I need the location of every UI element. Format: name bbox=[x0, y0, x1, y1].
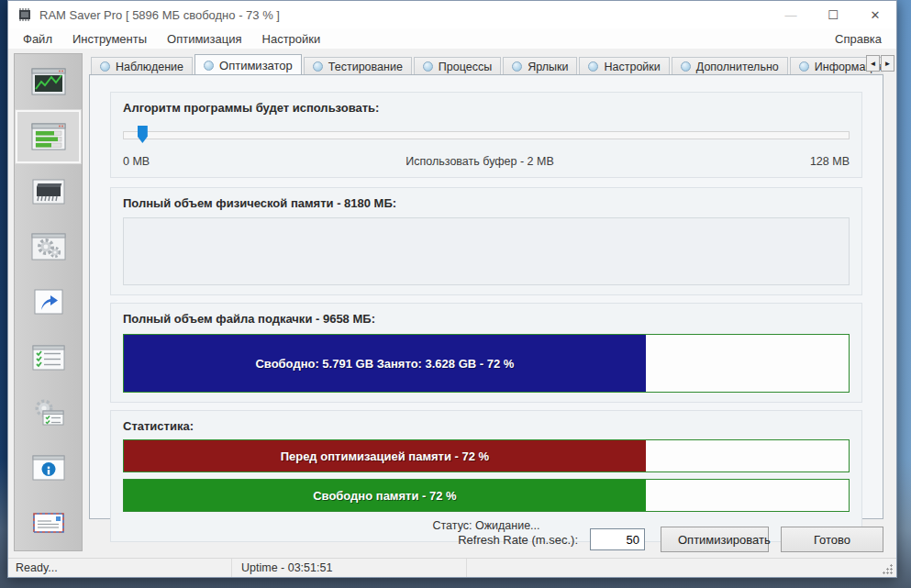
ram-chip-app-icon bbox=[17, 8, 32, 21]
statistics-label: Статистика: bbox=[123, 419, 850, 433]
algorithm-group: Алгоритм программы будет использовать: 0… bbox=[110, 92, 862, 178]
sidebar-item-memory-test[interactable] bbox=[15, 164, 82, 219]
refresh-rate-input[interactable] bbox=[590, 528, 645, 550]
physical-memory-graph bbox=[123, 217, 850, 285]
tab-label: Наблюдение bbox=[116, 61, 183, 73]
tab-advanced[interactable]: Дополнительно bbox=[672, 57, 788, 75]
chart-window-icon bbox=[31, 68, 66, 95]
tab-circle-icon bbox=[799, 61, 809, 72]
info-window-icon bbox=[31, 454, 66, 482]
menu-bar: Файл Инструменты Оптимизация Настройки С… bbox=[8, 28, 896, 49]
tab-circle-icon bbox=[512, 61, 522, 72]
free-memory-bar: Свободно памяти - 72 % bbox=[123, 479, 850, 512]
algorithm-label: Алгоритм программы будет использовать: bbox=[123, 101, 850, 115]
tab-testing[interactable]: Тестирование bbox=[304, 57, 412, 75]
before-optimization-text: Перед оптимизацией памяти - 72 % bbox=[281, 449, 490, 463]
slider-min-label: 0 MB bbox=[123, 155, 150, 168]
tab-circle-icon bbox=[588, 61, 598, 72]
buffer-slider bbox=[123, 126, 850, 146]
tab-circle-icon bbox=[204, 61, 214, 71]
tab-optimizer[interactable]: Оптимизатор bbox=[194, 54, 302, 75]
desktop-wallpaper: RAM Saver Pro [ 5896 МБ свободно - 73 % … bbox=[0, 0, 911, 588]
sidebar-toolbar bbox=[14, 53, 83, 551]
checklist-icon bbox=[31, 344, 66, 372]
statusbar-ready: Ready... bbox=[8, 559, 232, 577]
app-window: RAM Saver Pro [ 5896 МБ свободно - 73 % … bbox=[7, 0, 897, 578]
tab-circle-icon bbox=[100, 61, 110, 72]
statistics-group: Статистика: Перед оптимизацией памяти - … bbox=[110, 410, 862, 542]
refresh-rate-label: Refresh Rate (m.sec.): bbox=[458, 533, 578, 547]
tab-monitoring[interactable]: Наблюдение bbox=[91, 57, 193, 75]
shortcut-arrow-icon bbox=[33, 288, 64, 316]
physical-memory-group: Полный объем физической памяти - 8180 МБ… bbox=[110, 187, 862, 295]
slider-thumb[interactable] bbox=[138, 126, 148, 143]
tab-shortcuts[interactable]: Ярлыки bbox=[503, 57, 577, 75]
menu-file[interactable]: Файл bbox=[16, 30, 60, 48]
pagefile-group: Полный объем файла подкачки - 9658 МБ: С… bbox=[110, 303, 862, 403]
tab-label: Процессы bbox=[439, 61, 492, 73]
menu-optimization[interactable]: Оптимизация bbox=[160, 30, 250, 48]
status-bar: Ready... Uptime - 03:51:51 bbox=[8, 558, 896, 577]
pagefile-label: Полный объем файла подкачки - 9658 МБ: bbox=[123, 312, 850, 326]
sidebar-item-shortcuts[interactable] bbox=[15, 274, 82, 329]
before-optimization-fill: Перед оптимизацией памяти - 72 % bbox=[124, 440, 646, 472]
free-memory-fill: Свободно памяти - 72 % bbox=[124, 480, 646, 511]
title-bar[interactable]: RAM Saver Pro [ 5896 МБ свободно - 73 % … bbox=[8, 1, 896, 28]
sidebar-item-processes[interactable] bbox=[15, 219, 82, 274]
before-optimization-bar: Перед оптимизацией памяти - 72 % bbox=[123, 439, 850, 472]
minimize-button[interactable]: — bbox=[770, 1, 812, 28]
gear-checklist-icon bbox=[31, 398, 66, 427]
slider-max-label: 128 MB bbox=[810, 155, 850, 168]
optimizer-bars-icon bbox=[31, 123, 66, 150]
statusbar-uptime: Uptime - 03:51:51 bbox=[232, 559, 467, 577]
sidebar-item-optimizer[interactable] bbox=[15, 109, 82, 164]
footer-controls: Refresh Rate (m.sec.): Оптимизировать Го… bbox=[8, 525, 896, 554]
tab-scroll-right-icon[interactable]: ► bbox=[881, 55, 894, 72]
tab-scroll-left-icon[interactable]: ◄ bbox=[866, 55, 880, 72]
done-button[interactable]: Готово bbox=[781, 527, 883, 552]
sidebar-item-settings[interactable] bbox=[15, 330, 82, 385]
statusbar-spacer bbox=[467, 559, 881, 577]
gears-window-icon bbox=[31, 233, 66, 261]
sidebar-item-information[interactable] bbox=[15, 440, 82, 495]
tab-settings[interactable]: Настройки bbox=[579, 57, 669, 75]
optimize-button[interactable]: Оптимизировать bbox=[661, 527, 769, 552]
pagefile-bar-text: Свободно: 5.791 GB Занято: 3.628 GB - 72… bbox=[255, 357, 514, 371]
slider-track[interactable] bbox=[123, 131, 850, 139]
tab-circle-icon bbox=[313, 61, 323, 72]
tab-label: Тестирование bbox=[328, 61, 403, 73]
memory-chip-icon bbox=[31, 178, 66, 205]
tab-processes[interactable]: Процессы bbox=[414, 57, 501, 75]
menu-tools[interactable]: Инструменты bbox=[65, 30, 154, 48]
tab-label: Оптимизатор bbox=[219, 59, 293, 72]
tab-scroll-buttons: ◄ ► bbox=[866, 55, 894, 72]
tab-circle-icon bbox=[423, 61, 433, 72]
optimizer-tab-page: Алгоритм программы будет использовать: 0… bbox=[89, 74, 883, 519]
pagefile-bar: Свободно: 5.791 GB Занято: 3.628 GB - 72… bbox=[123, 334, 850, 393]
window-title: RAM Saver Pro [ 5896 МБ свободно - 73 % … bbox=[39, 8, 280, 22]
sidebar-item-advanced[interactable] bbox=[15, 385, 82, 440]
free-memory-text: Свободно памяти - 72 % bbox=[313, 489, 456, 503]
tab-label: Настройки bbox=[604, 61, 660, 73]
physical-memory-label: Полный объем физической памяти - 8180 МБ… bbox=[123, 196, 850, 210]
close-button[interactable]: ✕ bbox=[854, 1, 896, 28]
maximize-button[interactable]: ☐ bbox=[812, 1, 854, 28]
tab-label: Ярлыки bbox=[528, 61, 568, 73]
sidebar-item-monitoring[interactable] bbox=[15, 54, 82, 109]
resize-grip[interactable] bbox=[881, 562, 894, 575]
slider-current-label: Использовать буфер - 2 MB bbox=[406, 155, 553, 168]
menu-help[interactable]: Справка bbox=[826, 30, 891, 48]
pagefile-bar-fill: Свободно: 5.791 GB Занято: 3.628 GB - 72… bbox=[124, 335, 646, 392]
tab-strip: Наблюдение Оптимизатор Тестирование Проц… bbox=[91, 54, 883, 75]
menu-settings[interactable]: Настройки bbox=[255, 30, 328, 48]
tab-label: Дополнительно bbox=[696, 61, 779, 73]
tab-circle-icon bbox=[681, 61, 691, 72]
